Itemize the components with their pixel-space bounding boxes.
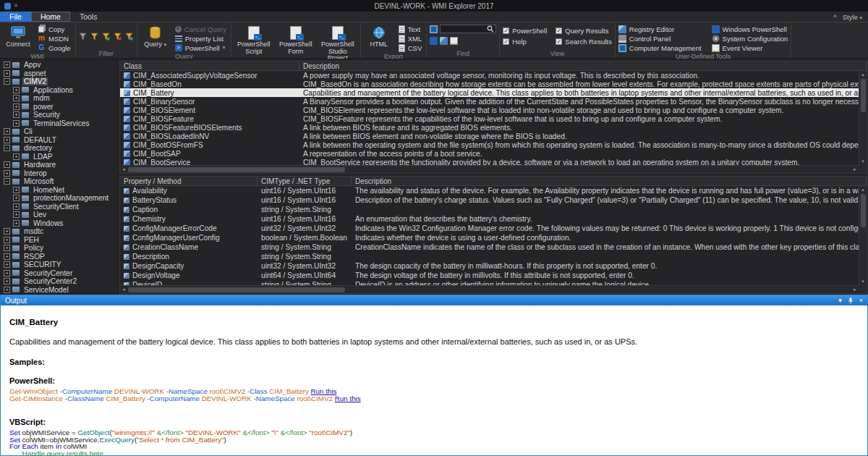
google-button[interactable]: G Google — [36, 43, 72, 52]
filter-icon[interactable] — [90, 33, 99, 41]
expand-node-icon[interactable]: + — [4, 237, 10, 243]
run-this-link[interactable]: Run this — [335, 394, 361, 402]
quick-access-menu-icon[interactable]: ≡ — [14, 3, 20, 9]
filter-add-icon[interactable] — [102, 33, 111, 41]
tool-computer-management[interactable]: Computer Management — [618, 43, 702, 52]
class-row[interactable]: CIM_BatteryCapabilities and management o… — [120, 88, 859, 97]
tree-item-SecurityClient[interactable]: +SecurityClient — [1, 203, 117, 211]
find-search-input[interactable] — [442, 26, 485, 33]
binoculars-icon[interactable] — [430, 25, 438, 33]
tree-item-RSOP[interactable]: +RSOP — [1, 253, 117, 261]
powershell-form-button[interactable]: >_ PowerShell Form — [276, 24, 315, 56]
export-text-button[interactable]: Text — [397, 25, 424, 33]
collapse-node-icon[interactable]: − — [4, 78, 10, 85]
property-row[interactable]: CreationClassNamestring / System.StringC… — [120, 242, 859, 252]
scroll-right-icon[interactable]: ► — [851, 286, 859, 293]
property-row[interactable]: Descriptionstring / System.String — [120, 252, 859, 261]
tree-item-msdtc[interactable]: +msdtc — [1, 227, 117, 236]
tree-item-Hardware[interactable]: +Hardware — [1, 161, 117, 169]
expand-node-icon[interactable]: + — [13, 87, 20, 93]
tree-item-Cli[interactable]: +Cli — [1, 127, 117, 136]
scroll-thumb[interactable] — [128, 287, 345, 292]
scroll-down-icon[interactable]: ▼ — [859, 278, 867, 285]
property-table-vscrollbar[interactable]: ▲ ▼ — [859, 186, 867, 285]
tree-item-Applications[interactable]: +Applications — [1, 86, 117, 95]
find-previous-icon[interactable] — [430, 37, 438, 45]
export-html-button[interactable]: HTML — [364, 24, 394, 49]
tab-home[interactable]: Home — [31, 12, 70, 22]
tree-item-ServiceModel[interactable]: +ServiceModel — [1, 286, 117, 295]
expand-node-icon[interactable]: + — [4, 137, 10, 143]
tree-item-SecurityCenter[interactable]: +SecurityCenter — [1, 269, 117, 278]
scroll-left-icon[interactable]: ◄ — [120, 286, 127, 293]
scroll-right-icon[interactable]: ► — [851, 166, 859, 173]
close-icon[interactable]: × — [859, 297, 863, 304]
tab-tools[interactable]: Tools — [70, 12, 107, 22]
class-row[interactable]: CIM_BootServiceCIM_BootService represent… — [120, 158, 859, 165]
class-row[interactable]: CIM_BIOSElementCIM_BIOSElement represent… — [120, 106, 859, 114]
column-header-class[interactable]: Class — [120, 62, 299, 70]
expand-node-icon[interactable]: + — [13, 203, 20, 210]
view-option-help[interactable]: ✓ Help — [503, 37, 547, 46]
tab-file[interactable]: File — [0, 12, 31, 22]
expand-node-icon[interactable]: + — [4, 261, 10, 268]
powershell-script-button[interactable]: >_ PowerShell Script — [234, 24, 273, 56]
copy-button[interactable]: Copy — [36, 25, 72, 33]
tree-item-CIMV2[interactable]: −CIMV2 — [1, 77, 117, 86]
filter-apply-icon[interactable] — [125, 33, 134, 41]
tree-item-aspnet[interactable]: +aspnet — [1, 69, 117, 78]
expand-node-icon[interactable]: + — [13, 220, 20, 227]
tree-item-TerminalServices[interactable]: +TerminalServices — [1, 119, 117, 128]
tool-windows-powershell[interactable]: Windows PowerShell — [712, 25, 788, 33]
expand-node-icon[interactable]: + — [4, 62, 10, 68]
connect-button[interactable]: Connect — [3, 24, 33, 49]
expand-node-icon[interactable]: + — [13, 195, 20, 201]
scroll-down-icon[interactable]: ▼ — [859, 158, 867, 165]
class-row[interactable]: CIM_BIOSFeatureCIM_BIOSFeature represent… — [120, 114, 859, 123]
expand-node-icon[interactable]: + — [4, 228, 10, 235]
expand-node-icon[interactable]: + — [4, 170, 10, 177]
expand-node-icon[interactable]: + — [4, 245, 10, 251]
tool-control-panel[interactable]: Control Panel — [618, 34, 702, 43]
column-header-description[interactable]: Description — [352, 177, 867, 185]
tree-item-Windows[interactable]: +Windows — [1, 219, 117, 228]
property-row[interactable]: Chemistryuint16 / System.UInt16An enumer… — [120, 214, 859, 224]
tree-item-Microsoft[interactable]: −Microsoft — [1, 177, 117, 186]
tree-item-Appv[interactable]: +Appv — [1, 61, 117, 69]
scroll-thumb[interactable] — [861, 79, 866, 112]
tree-item-protectionManagement[interactable]: +protectionManagement — [1, 194, 117, 203]
view-option-powershell[interactable]: ✓ PowerShell — [503, 26, 547, 35]
tree-item-SecurityCenter2[interactable]: +SecurityCenter2 — [1, 277, 117, 286]
property-row[interactable]: Availabilityuint16 / System.UInt16The av… — [120, 186, 859, 195]
class-row[interactable]: CIM_BootSAPA representation of the acces… — [120, 149, 859, 158]
property-row[interactable]: ConfigManagerErrorCodeuint32 / System.UI… — [120, 224, 859, 233]
property-row[interactable]: Captionstring / System.String — [120, 205, 859, 214]
expand-node-icon[interactable]: + — [13, 153, 20, 160]
class-row[interactable]: CIM_BootOSFromFSA link between the opera… — [120, 140, 859, 149]
search-icon[interactable] — [487, 25, 494, 33]
expand-node-icon[interactable]: + — [4, 253, 10, 260]
property-list-button[interactable]: Property List — [174, 34, 228, 43]
output-panel-header[interactable]: Output ▾ × — [1, 295, 867, 305]
view-option-query-results[interactable]: ✓ Query Results — [556, 26, 611, 35]
class-row[interactable]: CIM_BinarySensorA BinarySensor provides … — [120, 97, 859, 106]
filter-remove-icon[interactable] — [114, 33, 122, 41]
powershell-studio-project-button[interactable]: >_ PowerShell Studio Project — [318, 24, 357, 63]
tree-item-directory[interactable]: −directory — [1, 144, 117, 153]
tree-item-HomeNet[interactable]: +HomeNet — [1, 186, 117, 195]
class-table-hscrollbar[interactable]: ◄ ► — [120, 165, 859, 173]
expand-node-icon[interactable]: + — [4, 278, 10, 284]
tree-item-Uev[interactable]: +Uev — [1, 211, 117, 219]
tree-item-Interop[interactable]: +Interop — [1, 169, 117, 178]
scroll-left-icon[interactable]: ◄ — [120, 166, 127, 173]
tree-item-DEFAULT[interactable]: +DEFAULT — [1, 136, 117, 145]
scroll-up-icon[interactable]: ▲ — [859, 71, 867, 78]
scroll-up-icon[interactable]: ▲ — [859, 186, 867, 193]
column-header-description[interactable]: Description — [299, 62, 867, 70]
msdn-button[interactable]: m MSDN — [36, 34, 72, 43]
expand-node-icon[interactable]: + — [13, 104, 20, 110]
property-row[interactable]: DesignCapacityuint32 / System.UInt32The … — [120, 261, 859, 271]
tool-registry-editor[interactable]: Registry Editor — [618, 25, 702, 33]
expand-node-icon[interactable]: + — [4, 128, 10, 135]
powershell-menu-button[interactable]: > PowerShell ▾ — [174, 43, 228, 52]
